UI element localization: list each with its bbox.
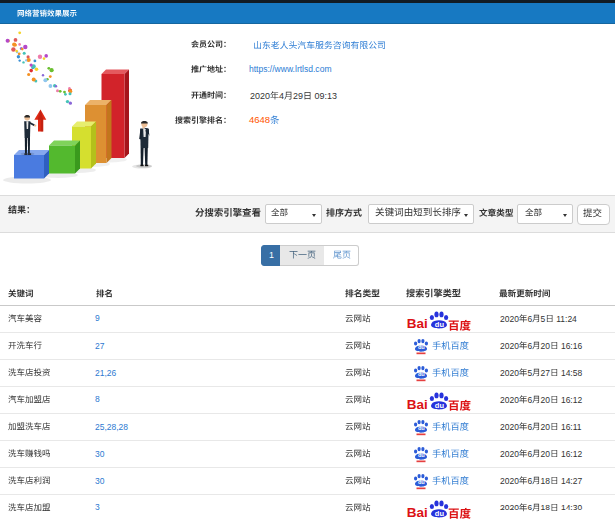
svg-text:6: 6 bbox=[527, 314, 532, 324]
svg-text:du: du bbox=[435, 320, 445, 329]
svg-text:du: du bbox=[418, 425, 425, 431]
svg-text:16:12: 16:12 bbox=[558, 394, 582, 404]
svg-text:25,28,28: 25,28,28 bbox=[95, 421, 128, 431]
svg-text:du: du bbox=[435, 508, 445, 517]
svg-text:6: 6 bbox=[527, 502, 532, 512]
svg-text:https://www.lrtlsd.com: https://www.lrtlsd.com bbox=[249, 64, 332, 74]
svg-text:9: 9 bbox=[95, 314, 100, 324]
svg-text:21,26: 21,26 bbox=[95, 368, 117, 378]
svg-text:4: 4 bbox=[279, 90, 284, 100]
svg-text:20: 20 bbox=[540, 421, 550, 431]
svg-text:du: du bbox=[418, 479, 425, 485]
svg-text:20: 20 bbox=[540, 448, 550, 458]
svg-text:14:27: 14:27 bbox=[558, 475, 582, 485]
svg-text:09:13: 09:13 bbox=[312, 90, 337, 100]
svg-text:16:16: 16:16 bbox=[558, 341, 582, 351]
svg-text:du: du bbox=[418, 452, 425, 458]
svg-text:2020: 2020 bbox=[500, 314, 519, 324]
svg-text:16:12: 16:12 bbox=[558, 448, 582, 458]
svg-text:29: 29 bbox=[293, 90, 303, 100]
svg-text:1: 1 bbox=[269, 250, 274, 260]
svg-text:2020: 2020 bbox=[500, 448, 519, 458]
svg-text:Bai: Bai bbox=[407, 397, 428, 412]
svg-text:2020: 2020 bbox=[500, 368, 519, 378]
svg-text:27: 27 bbox=[540, 368, 550, 378]
svg-text:14:58: 14:58 bbox=[558, 368, 582, 378]
svg-text:4648: 4648 bbox=[249, 114, 270, 125]
svg-text:8: 8 bbox=[95, 394, 100, 404]
svg-text:6: 6 bbox=[527, 421, 532, 431]
svg-text:2020: 2020 bbox=[500, 421, 519, 431]
svg-text:16:11: 16:11 bbox=[558, 421, 581, 431]
svg-text:18: 18 bbox=[540, 502, 550, 512]
svg-text:6: 6 bbox=[527, 448, 532, 458]
svg-text:11:24: 11:24 bbox=[553, 314, 576, 324]
svg-text:Bai: Bai bbox=[407, 505, 428, 520]
svg-text:2020: 2020 bbox=[250, 90, 270, 100]
svg-text:30: 30 bbox=[95, 448, 105, 458]
svg-text:27: 27 bbox=[95, 341, 105, 351]
svg-text:14:30: 14:30 bbox=[558, 502, 582, 512]
svg-text:6: 6 bbox=[527, 341, 532, 351]
svg-text:6: 6 bbox=[527, 394, 532, 404]
svg-text:2020: 2020 bbox=[500, 502, 519, 512]
svg-text:du: du bbox=[435, 400, 445, 409]
svg-text:du: du bbox=[418, 344, 425, 350]
svg-text:Bai: Bai bbox=[407, 316, 428, 331]
svg-text:30: 30 bbox=[95, 475, 105, 485]
svg-text:5: 5 bbox=[540, 314, 545, 324]
svg-text:5: 5 bbox=[527, 368, 532, 378]
svg-text:20: 20 bbox=[540, 394, 550, 404]
svg-text:18: 18 bbox=[540, 475, 550, 485]
svg-text:6: 6 bbox=[527, 475, 532, 485]
svg-text:du: du bbox=[418, 371, 425, 377]
svg-text:2020: 2020 bbox=[500, 341, 519, 351]
svg-text:2020: 2020 bbox=[500, 475, 519, 485]
svg-text:2020: 2020 bbox=[500, 394, 519, 404]
svg-text:20: 20 bbox=[540, 341, 550, 351]
svg-text:3: 3 bbox=[95, 502, 100, 512]
